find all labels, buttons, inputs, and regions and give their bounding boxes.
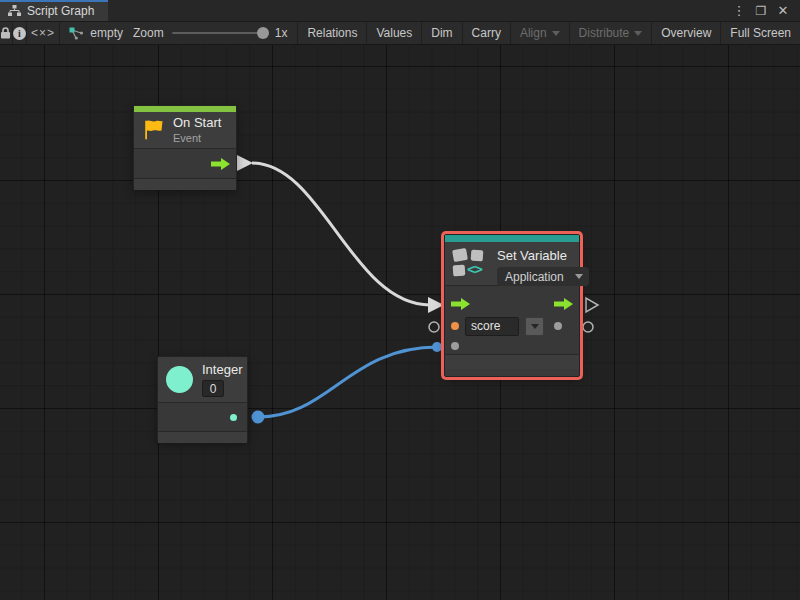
chevron-down-icon bbox=[531, 324, 539, 329]
values-label: Values bbox=[376, 26, 412, 40]
values-button[interactable]: Values bbox=[367, 22, 422, 44]
value-output-port[interactable] bbox=[554, 322, 562, 330]
scope-dropdown-value: Application bbox=[505, 270, 564, 284]
carry-button[interactable]: Carry bbox=[463, 22, 511, 44]
zoom-value: 1x bbox=[275, 26, 288, 40]
code-view-button[interactable]: <×> bbox=[27, 22, 61, 44]
relations-button[interactable]: Relations bbox=[298, 22, 367, 44]
info-icon: i bbox=[13, 27, 26, 40]
node-title: On Start bbox=[173, 115, 221, 131]
on-start-flow-row bbox=[134, 149, 236, 178]
zoom-control: Zoom 1x bbox=[123, 22, 298, 44]
value-connection-end-dot bbox=[432, 342, 442, 352]
integer-value-field[interactable]: 0 bbox=[202, 380, 224, 397]
zoom-slider[interactable] bbox=[172, 32, 267, 34]
flag-icon bbox=[142, 119, 165, 142]
relations-label: Relations bbox=[307, 26, 357, 40]
chevron-down-icon bbox=[575, 274, 583, 279]
value-input-external-port[interactable] bbox=[429, 322, 439, 332]
integer-footer bbox=[158, 432, 247, 443]
value-connection[interactable] bbox=[258, 347, 438, 417]
value-connection-start-dot bbox=[252, 411, 265, 424]
flow-output-external-port[interactable] bbox=[586, 298, 598, 312]
script-graph-window: Script Graph ⋮ ❐ ✕ i <×> bbox=[0, 0, 800, 600]
node-title: Set Variable bbox=[497, 248, 589, 264]
flow-input-port[interactable] bbox=[451, 298, 470, 310]
graph-canvas[interactable]: On Start Event <> Set bbox=[0, 45, 800, 600]
code-icon: <×> bbox=[31, 26, 55, 40]
graph-toolbar: i <×> empty Zoom 1x Relations Values bbox=[0, 21, 800, 45]
tab-title: Script Graph bbox=[27, 4, 94, 18]
flow-connection-start-arrow bbox=[237, 155, 253, 171]
dim-label: Dim bbox=[431, 26, 452, 40]
tab-bar: Script Graph ⋮ ❐ ✕ bbox=[0, 0, 800, 21]
graph-breadcrumb-icon bbox=[69, 27, 84, 40]
close-icon[interactable]: ✕ bbox=[774, 3, 792, 18]
window-controls: ⋮ ❐ ✕ bbox=[730, 0, 800, 21]
zoom-label: Zoom bbox=[133, 26, 164, 40]
window-menu-icon[interactable]: ⋮ bbox=[730, 3, 748, 18]
on-start-footer bbox=[134, 179, 236, 190]
flow-output-port[interactable] bbox=[211, 158, 230, 170]
fullscreen-button[interactable]: Full Screen bbox=[721, 22, 800, 44]
node-on-start[interactable]: On Start Event bbox=[133, 105, 237, 190]
variable-name-dropdown-button[interactable] bbox=[525, 317, 544, 336]
variable-name-input-port[interactable] bbox=[451, 322, 459, 330]
overview-button[interactable]: Overview bbox=[652, 22, 721, 44]
integer-output-port[interactable] bbox=[230, 414, 237, 421]
set-variable-footer bbox=[445, 355, 579, 369]
dim-button[interactable]: Dim bbox=[422, 22, 462, 44]
on-start-header: On Start Event bbox=[134, 112, 236, 148]
value-output-external-port[interactable] bbox=[583, 322, 593, 332]
value-input-port[interactable] bbox=[451, 342, 459, 350]
flow-connection-end-arrow bbox=[428, 297, 444, 313]
chevron-down-icon bbox=[552, 31, 560, 36]
carry-label: Carry bbox=[472, 26, 501, 40]
set-variable-header: <> Set Variable Application bbox=[445, 242, 579, 285]
variable-accent-stripe bbox=[445, 235, 579, 242]
flow-output-port[interactable] bbox=[554, 298, 573, 310]
lock-button[interactable] bbox=[0, 22, 13, 44]
align-label: Align bbox=[520, 26, 547, 40]
connection-layer bbox=[0, 45, 800, 600]
flow-connection[interactable] bbox=[252, 163, 430, 305]
info-button[interactable]: i bbox=[13, 22, 27, 44]
variables-icon: <> bbox=[453, 248, 489, 279]
node-set-variable[interactable]: <> Set Variable Application bbox=[444, 234, 580, 377]
overview-label: Overview bbox=[661, 26, 711, 40]
distribute-label: Distribute bbox=[579, 26, 630, 40]
distribute-button[interactable]: Distribute bbox=[570, 22, 653, 44]
zoom-slider-handle[interactable] bbox=[257, 27, 269, 39]
variable-scope-dropdown[interactable]: Application bbox=[497, 267, 589, 286]
breadcrumb-label: empty bbox=[90, 26, 123, 40]
integer-type-icon bbox=[166, 366, 193, 393]
set-variable-ports bbox=[445, 286, 579, 354]
integer-header: Integer 0 bbox=[158, 357, 247, 402]
integer-output-row bbox=[158, 403, 247, 431]
fullscreen-label: Full Screen bbox=[730, 26, 791, 40]
chevron-down-icon bbox=[634, 31, 642, 36]
node-integer[interactable]: Integer 0 bbox=[157, 356, 248, 442]
node-subtitle: Event bbox=[173, 132, 221, 145]
maximize-icon[interactable]: ❐ bbox=[752, 4, 770, 18]
align-button[interactable]: Align bbox=[511, 22, 570, 44]
graph-breadcrumb[interactable]: empty bbox=[60, 22, 123, 44]
tab-script-graph[interactable]: Script Graph bbox=[0, 0, 108, 21]
node-title: Integer bbox=[202, 362, 242, 378]
variable-name-field[interactable] bbox=[465, 317, 519, 336]
graph-hierarchy-icon bbox=[8, 5, 21, 16]
lock-icon bbox=[0, 27, 11, 39]
